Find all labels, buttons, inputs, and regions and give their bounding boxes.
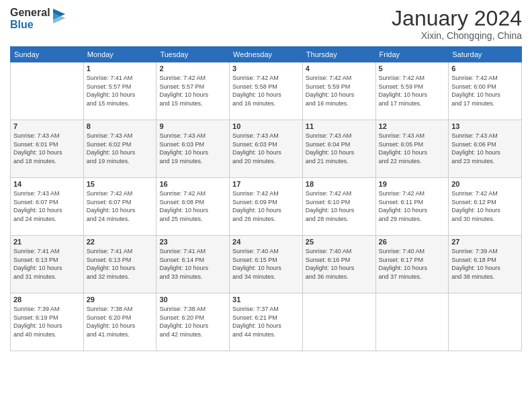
day-cell: 17Sunrise: 7:42 AMSunset: 6:09 PMDayligh… <box>230 178 303 236</box>
day-number: 18 <box>306 180 373 188</box>
day-info: Sunrise: 7:40 AMSunset: 6:15 PMDaylight:… <box>232 247 300 281</box>
month-title: January 2024 <box>392 7 522 30</box>
day-number: 1 <box>87 64 154 73</box>
day-info: Sunrise: 7:43 AMSunset: 6:04 PMDaylight:… <box>306 132 373 165</box>
header-monday: Monday <box>83 47 157 62</box>
calendar-table: SundayMondayTuesdayWednesdayThursdayFrid… <box>10 46 522 351</box>
day-number: 20 <box>451 180 519 188</box>
day-cell: 28Sunrise: 7:39 AMSunset: 6:19 PMDayligh… <box>11 293 84 351</box>
day-info: Sunrise: 7:43 AMSunset: 6:02 PMDaylight:… <box>87 132 154 165</box>
day-number: 11 <box>306 122 373 130</box>
day-cell: 30Sunrise: 7:38 AMSunset: 6:20 PMDayligh… <box>157 293 230 351</box>
day-info: Sunrise: 7:41 AMSunset: 6:14 PMDaylight:… <box>159 247 226 281</box>
day-cell: 14Sunrise: 7:43 AMSunset: 6:07 PMDayligh… <box>11 178 84 236</box>
day-cell: 21Sunrise: 7:41 AMSunset: 6:13 PMDayligh… <box>11 236 84 293</box>
header: General Blue January 2024 Xixin, Chongqi… <box>10 7 522 41</box>
header-thursday: Thursday <box>302 47 375 62</box>
day-info: Sunrise: 7:37 AMSunset: 6:21 PMDaylight:… <box>232 305 300 338</box>
day-info: Sunrise: 7:42 AMSunset: 6:08 PMDaylight:… <box>159 189 226 223</box>
day-info: Sunrise: 7:42 AMSunset: 6:07 PMDaylight:… <box>87 189 154 223</box>
day-number: 24 <box>232 238 300 246</box>
header-tuesday: Tuesday <box>157 47 230 62</box>
day-number: 14 <box>13 180 81 188</box>
day-cell: 9Sunrise: 7:43 AMSunset: 6:03 PMDaylight… <box>157 120 230 178</box>
day-cell: 5Sunrise: 7:42 AMSunset: 5:59 PMDaylight… <box>375 62 449 120</box>
day-info: Sunrise: 7:40 AMSunset: 6:17 PMDaylight:… <box>379 247 446 281</box>
day-number: 7 <box>13 122 81 130</box>
day-number: 4 <box>306 64 373 73</box>
day-number: 30 <box>159 295 226 304</box>
day-cell: 20Sunrise: 7:42 AMSunset: 6:12 PMDayligh… <box>449 178 522 236</box>
day-info: Sunrise: 7:42 AMSunset: 5:59 PMDaylight:… <box>379 74 446 107</box>
day-info: Sunrise: 7:42 AMSunset: 6:12 PMDaylight:… <box>451 189 519 223</box>
day-cell: 25Sunrise: 7:40 AMSunset: 6:16 PMDayligh… <box>302 236 375 293</box>
day-number: 10 <box>232 122 300 130</box>
day-info: Sunrise: 7:42 AMSunset: 6:00 PMDaylight:… <box>451 74 519 107</box>
day-info: Sunrise: 7:42 AMSunset: 5:58 PMDaylight:… <box>232 74 300 107</box>
day-cell: 22Sunrise: 7:41 AMSunset: 6:13 PMDayligh… <box>83 236 157 293</box>
day-cell <box>302 293 375 351</box>
day-info: Sunrise: 7:41 AMSunset: 6:13 PMDaylight:… <box>87 247 154 281</box>
day-number: 8 <box>87 122 154 130</box>
day-info: Sunrise: 7:42 AMSunset: 5:59 PMDaylight:… <box>306 74 373 107</box>
header-sunday: Sunday <box>11 47 84 62</box>
title-block: January 2024 Xixin, Chongqing, China <box>392 7 522 41</box>
day-cell: 29Sunrise: 7:38 AMSunset: 6:20 PMDayligh… <box>83 293 157 351</box>
day-cell: 2Sunrise: 7:42 AMSunset: 5:57 PMDaylight… <box>157 62 230 120</box>
day-info: Sunrise: 7:40 AMSunset: 6:16 PMDaylight:… <box>306 247 373 281</box>
logo-icon <box>53 9 65 24</box>
day-number: 27 <box>451 238 519 246</box>
day-info: Sunrise: 7:39 AMSunset: 6:19 PMDaylight:… <box>13 305 81 338</box>
day-info: Sunrise: 7:43 AMSunset: 6:05 PMDaylight:… <box>379 132 446 165</box>
day-info: Sunrise: 7:38 AMSunset: 6:20 PMDaylight:… <box>87 305 154 338</box>
day-info: Sunrise: 7:42 AMSunset: 6:11 PMDaylight:… <box>379 189 446 223</box>
day-cell: 7Sunrise: 7:43 AMSunset: 6:01 PMDaylight… <box>11 120 84 178</box>
day-info: Sunrise: 7:43 AMSunset: 6:03 PMDaylight:… <box>159 132 226 165</box>
week-row-3: 21Sunrise: 7:41 AMSunset: 6:13 PMDayligh… <box>11 236 522 293</box>
day-info: Sunrise: 7:43 AMSunset: 6:03 PMDaylight:… <box>232 132 300 165</box>
day-cell: 24Sunrise: 7:40 AMSunset: 6:15 PMDayligh… <box>230 236 303 293</box>
logo-general: General <box>10 7 50 19</box>
logo-text: General Blue <box>10 7 50 30</box>
day-number: 26 <box>379 238 446 246</box>
day-number: 5 <box>379 64 446 73</box>
day-cell <box>449 293 522 351</box>
day-cell: 16Sunrise: 7:42 AMSunset: 6:08 PMDayligh… <box>157 178 230 236</box>
day-cell: 23Sunrise: 7:41 AMSunset: 6:14 PMDayligh… <box>157 236 230 293</box>
calendar-page: General Blue January 2024 Xixin, Chongqi… <box>0 0 532 411</box>
day-number: 22 <box>87 238 154 246</box>
day-number: 29 <box>87 295 154 304</box>
day-info: Sunrise: 7:39 AMSunset: 6:18 PMDaylight:… <box>451 247 519 281</box>
day-cell: 8Sunrise: 7:43 AMSunset: 6:02 PMDaylight… <box>83 120 157 178</box>
day-cell: 6Sunrise: 7:42 AMSunset: 6:00 PMDaylight… <box>449 62 522 120</box>
day-cell: 18Sunrise: 7:42 AMSunset: 6:10 PMDayligh… <box>302 178 375 236</box>
day-cell <box>11 62 84 120</box>
day-number: 21 <box>13 238 81 246</box>
day-number: 13 <box>451 122 519 130</box>
day-cell: 31Sunrise: 7:37 AMSunset: 6:21 PMDayligh… <box>230 293 303 351</box>
day-cell: 26Sunrise: 7:40 AMSunset: 6:17 PMDayligh… <box>375 236 449 293</box>
day-info: Sunrise: 7:41 AMSunset: 5:57 PMDaylight:… <box>87 74 154 107</box>
day-number: 2 <box>159 64 226 73</box>
day-number: 12 <box>379 122 446 130</box>
week-row-0: 1Sunrise: 7:41 AMSunset: 5:57 PMDaylight… <box>11 62 522 120</box>
day-cell: 1Sunrise: 7:41 AMSunset: 5:57 PMDaylight… <box>83 62 157 120</box>
day-cell: 10Sunrise: 7:43 AMSunset: 6:03 PMDayligh… <box>230 120 303 178</box>
day-cell: 12Sunrise: 7:43 AMSunset: 6:05 PMDayligh… <box>375 120 449 178</box>
day-number: 16 <box>159 180 226 188</box>
week-row-2: 14Sunrise: 7:43 AMSunset: 6:07 PMDayligh… <box>11 178 522 236</box>
header-friday: Friday <box>375 47 449 62</box>
day-cell: 15Sunrise: 7:42 AMSunset: 6:07 PMDayligh… <box>83 178 157 236</box>
header-wednesday: Wednesday <box>230 47 303 62</box>
day-info: Sunrise: 7:43 AMSunset: 6:01 PMDaylight:… <box>13 132 81 165</box>
day-number: 28 <box>13 295 81 304</box>
day-cell: 27Sunrise: 7:39 AMSunset: 6:18 PMDayligh… <box>449 236 522 293</box>
day-info: Sunrise: 7:38 AMSunset: 6:20 PMDaylight:… <box>159 305 226 338</box>
week-row-4: 28Sunrise: 7:39 AMSunset: 6:19 PMDayligh… <box>11 293 522 351</box>
day-cell <box>375 293 449 351</box>
day-number: 19 <box>379 180 446 188</box>
day-cell: 11Sunrise: 7:43 AMSunset: 6:04 PMDayligh… <box>302 120 375 178</box>
day-info: Sunrise: 7:43 AMSunset: 6:06 PMDaylight:… <box>451 132 519 165</box>
day-cell: 4Sunrise: 7:42 AMSunset: 5:59 PMDaylight… <box>302 62 375 120</box>
logo: General Blue <box>10 7 65 30</box>
